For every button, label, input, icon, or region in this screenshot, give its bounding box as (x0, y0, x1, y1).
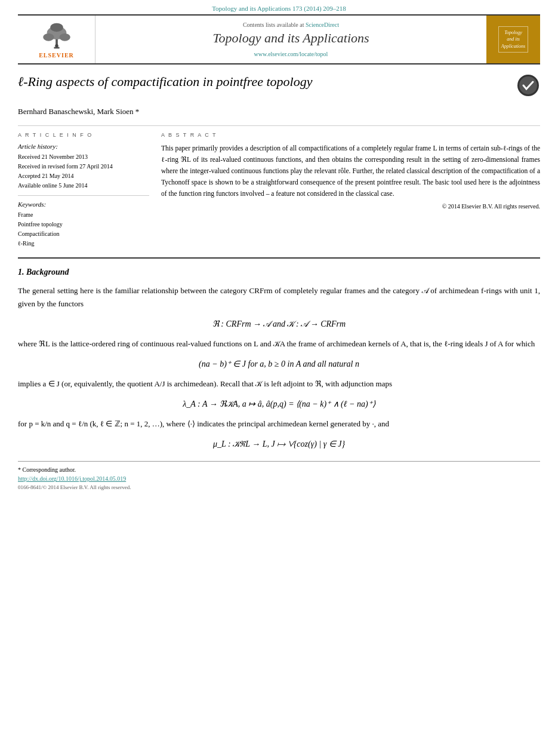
elsevier-tree-icon (33, 21, 81, 51)
revised-date: Received in revised form 27 April 2014 (18, 162, 149, 171)
math-display-4: μ_L : 𝒦ℜL → L, J ↦ ⋁{coz(γ) | γ ∈ J} (18, 439, 540, 449)
doi-link[interactable]: http://dx.doi.org/10.1016/j.topol.2014.0… (18, 475, 540, 482)
keyword-lring: ℓ-Ring (18, 239, 149, 248)
keyword-compactification: Compactification (18, 229, 149, 239)
accepted-date: Accepted 21 May 2014 (18, 171, 149, 181)
sciencedirect-link[interactable]: ScienceDirect (306, 21, 339, 28)
article-title-section: ℓ-Ring aspects of compactification in po… (18, 73, 540, 102)
authors: Bernhard Banaschewski, Mark Sioen * (18, 107, 540, 116)
elsevier-logo-section: ELSEVIER (18, 16, 95, 63)
svg-point-4 (59, 33, 70, 41)
article-title: ℓ-Ring aspects of compactification in po… (18, 73, 510, 91)
svg-point-3 (43, 33, 54, 41)
journal-url[interactable]: www.elsevier.com/locate/topol (254, 51, 328, 57)
section-1-para3: implies a ∈ J (or, equivalently, the quo… (18, 377, 540, 391)
article-info-abstract: A R T I C L E I N F O Article history: R… (18, 125, 540, 248)
contents-label: Contents lists available at ScienceDirec… (243, 21, 339, 28)
section-1-para4: for p = k/n and q = ℓ/n (k, ℓ ∈ ℤ; n = 1… (18, 417, 540, 431)
math-display-3: λ_A : A → ℜ𝒦A, a ↦ â, â(p,q) = ⟨(na − k)… (18, 399, 540, 409)
section-1-para1: The general setting here is the familiar… (18, 284, 540, 311)
copyright: © 2014 Elsevier B.V. All rights reserved… (161, 203, 540, 210)
abstract-column: A B S T R A C T This paper primarily pro… (161, 132, 540, 248)
history-label: Article history: (18, 143, 149, 150)
article-history: Article history: Received 21 November 20… (18, 143, 149, 196)
crossmark-icon (517, 75, 539, 96)
article-info-column: A R T I C L E I N F O Article history: R… (18, 132, 149, 248)
svg-point-7 (519, 76, 537, 94)
svg-point-5 (50, 23, 63, 32)
main-content: ℓ-Ring aspects of compactification in po… (18, 64, 540, 499)
keywords: Keywords: Frame Pointfree topology Compa… (18, 201, 149, 248)
keyword-frame: Frame (18, 210, 149, 220)
available-date: Available online 5 June 2014 (18, 181, 149, 190)
corresponding-author-note: * Corresponding author. (18, 466, 540, 473)
article-info-header: A R T I C L E I N F O (18, 132, 149, 138)
thumb-text: Topologyand itsApplications (498, 26, 528, 53)
section-1-para2: where ℜL is the lattice-ordered ring of … (18, 337, 540, 351)
keyword-pointfree: Pointfree topology (18, 220, 149, 229)
section-separator (18, 257, 540, 259)
received-date: Received 21 November 2013 (18, 152, 149, 162)
keywords-label: Keywords: (18, 201, 149, 208)
journal-title-section: Contents lists available at ScienceDirec… (95, 16, 486, 63)
journal-header: ELSEVIER Contents lists available at Sci… (18, 14, 540, 64)
journal-reference: Topology and its Applications 173 (2014)… (0, 0, 558, 14)
journal-title: Topology and its Applications (212, 30, 369, 46)
abstract-text: This paper primarily provides a descript… (161, 143, 540, 199)
issn-footer: 0166-8641/© 2014 Elsevier B.V. All right… (18, 484, 540, 490)
elsevier-label: ELSEVIER (39, 52, 74, 59)
abstract-header: A B S T R A C T (161, 132, 540, 138)
footnote-area: * Corresponding author. http://dx.doi.or… (18, 461, 540, 490)
journal-thumbnail: Topologyand itsApplications (486, 16, 540, 63)
math-display-2: (na − b)⁺ ∈ J for a, b ≥ 0 in A and all … (18, 359, 540, 369)
svg-point-6 (55, 44, 58, 47)
section-1-heading: 1. Background (18, 268, 540, 277)
math-display-1: ℜ : CRFrm → 𝒜 and 𝒦 : 𝒜 → CRFrm (18, 319, 540, 329)
crossmark-logo (516, 73, 540, 97)
